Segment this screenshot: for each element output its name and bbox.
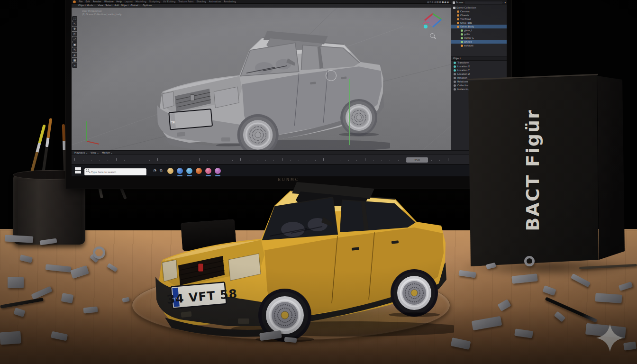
outliner-label: Sahin_Body xyxy=(460,25,474,28)
transform-tool[interactable]: ▣ xyxy=(72,42,77,47)
outliner-row[interactable]: mirror_L xyxy=(451,36,507,40)
measure-tool[interactable]: ∠ xyxy=(72,53,77,57)
clay-car-model[interactable] xyxy=(153,27,390,150)
workspace-tab-layout[interactable]: Layout xyxy=(123,0,134,3)
workspace-tab-uv-editing[interactable]: UV Editing xyxy=(162,0,177,3)
workspace-tabs: LayoutModelingSculptingUV EditingTexture… xyxy=(123,0,237,3)
taskbar-search-input[interactable] xyxy=(84,168,146,175)
timeline-ruler[interactable]: 250 xyxy=(72,155,507,165)
menu-file[interactable]: File xyxy=(77,0,84,3)
timeline-menu-marker[interactable]: Marker ⌄ xyxy=(102,151,113,154)
snap-magnet-icon[interactable]: ⌗ xyxy=(430,0,431,3)
current-frame-field[interactable]: 250 xyxy=(406,157,428,163)
solid-shading-icon[interactable]: ● xyxy=(442,0,444,3)
rendered-shading-icon[interactable]: ◉ xyxy=(447,0,449,3)
property-row[interactable]: Location Z xyxy=(451,72,507,76)
outliner-row[interactable]: Chassis xyxy=(451,13,507,17)
property-label: Rotation xyxy=(457,76,467,79)
timeline-editor[interactable]: Playback ⌄View ⌄Marker ⌄ ⏮◂▶▸⏭ 250 xyxy=(72,150,507,164)
property-row[interactable]: Transform xyxy=(451,61,507,64)
clay-part xyxy=(595,293,622,303)
cortana-icon[interactable]: ◔ xyxy=(153,167,156,174)
blender-menubar: FileEditRenderWindowHelp xyxy=(77,0,123,3)
outliner-row[interactable]: Scene Collection xyxy=(451,6,507,9)
menu-edit[interactable]: Edit xyxy=(84,0,91,3)
menu-render[interactable]: Render xyxy=(91,0,103,3)
viewport-header-select[interactable]: Select xyxy=(105,4,112,7)
gizmo-icon[interactable]: ⟐ xyxy=(431,0,433,3)
viewport-overlay-text: User Perspective(1) Scene Collection | s… xyxy=(82,9,121,16)
rotate-tool[interactable]: ⟳ xyxy=(72,32,77,36)
viewport-header-object[interactable]: Object xyxy=(121,4,128,7)
app-pink-icon[interactable] xyxy=(205,168,211,174)
timeline-tick xyxy=(191,160,191,161)
timeline-tick xyxy=(340,160,340,161)
outliner-row[interactable]: glass_f xyxy=(451,28,507,32)
viewport-header-view[interactable]: View xyxy=(98,4,103,7)
timeline-menu-view[interactable]: View ⌄ xyxy=(91,151,99,154)
property-row[interactable]: Location Y xyxy=(451,68,507,72)
3d-viewport[interactable]: User Perspective(1) Scene Collection | s… xyxy=(72,8,451,150)
workspace-tab-modeling[interactable]: Modeling xyxy=(134,0,148,3)
app-orange-icon[interactable] xyxy=(196,168,202,174)
navigation-gizmo-icon[interactable] xyxy=(422,12,443,32)
scale-tool[interactable]: ⤢ xyxy=(72,37,77,42)
viewport-zoom-icon[interactable] xyxy=(430,33,435,38)
taskbar-search[interactable] xyxy=(82,166,146,176)
cursor-tool[interactable]: ↖ xyxy=(72,21,77,26)
outliner-search-input[interactable] xyxy=(464,1,503,4)
app-blue-icon[interactable] xyxy=(177,168,183,174)
proportional-edit-icon[interactable]: ◎ xyxy=(427,0,429,3)
toolbar: ⬚↖✥⟳⤢▣✎∠▦＋ xyxy=(72,16,78,68)
extrude-tool[interactable]: ＋ xyxy=(72,63,77,68)
workspace-tab-sculpting[interactable]: Sculpting xyxy=(148,0,162,3)
outliner-row[interactable]: Sahin_Body xyxy=(451,25,507,28)
viewport-header-object-mode-[interactable]: Object Mode ⌄ xyxy=(78,4,96,7)
xray-icon[interactable]: ▥ xyxy=(437,0,439,3)
outliner-row[interactable]: Camera xyxy=(451,9,507,13)
workspace-tab-texture-paint[interactable]: Texture Paint xyxy=(177,0,195,3)
blender-logo-icon xyxy=(73,0,76,3)
viewport-header-global-[interactable]: Global ⌄ xyxy=(131,4,141,7)
start-button[interactable] xyxy=(75,167,82,174)
timeline-tick xyxy=(74,158,75,161)
property-row[interactable]: Location X xyxy=(451,64,507,68)
workspace-tab-rendering[interactable]: Rendering xyxy=(222,0,237,3)
object-icon xyxy=(457,26,459,28)
object-icon xyxy=(457,10,459,13)
timeline-menu-playback[interactable]: Playback ⌄ xyxy=(74,151,88,154)
timeline-tick xyxy=(257,160,257,161)
add-cube-tool[interactable]: ▦ xyxy=(72,58,77,63)
product-box-title: BACT Figür xyxy=(522,109,543,231)
viewport-header-options[interactable]: Options xyxy=(143,4,152,7)
outliner-row[interactable]: Onyx_BBS xyxy=(451,21,507,25)
material-shading-icon[interactable]: ◕ xyxy=(444,0,446,3)
outliner-label: wheels xyxy=(464,40,472,43)
taskbar-apps xyxy=(167,168,221,174)
app-cyan-icon[interactable] xyxy=(186,168,192,174)
workspace-tab-animation[interactable]: Animation xyxy=(208,0,223,3)
wireframe-shading-icon[interactable]: ◍ xyxy=(439,0,441,3)
menu-window[interactable]: Window xyxy=(103,0,115,3)
task-view-icon[interactable]: ⧉ xyxy=(160,167,163,174)
y-axis-line xyxy=(349,79,350,145)
outliner-row[interactable]: grille xyxy=(451,32,507,36)
file-explorer-icon[interactable] xyxy=(167,168,173,174)
property-icon xyxy=(454,88,456,91)
box-select-tool[interactable]: ⬚ xyxy=(72,16,77,21)
annotate-tool[interactable]: ✎ xyxy=(72,47,77,52)
timeline-tick xyxy=(273,160,274,161)
overlays-icon[interactable]: ❏ xyxy=(434,0,436,3)
workspace-tab-shading[interactable]: Shading xyxy=(195,0,207,3)
outliner-row[interactable]: TireTread xyxy=(451,17,507,21)
outliner-row[interactable]: wheels xyxy=(451,40,507,44)
timeline-tick xyxy=(282,158,282,161)
outliner-row[interactable]: exhaust xyxy=(451,44,507,47)
filter-icon[interactable]: ▾ xyxy=(504,1,506,4)
timeline-tick xyxy=(100,160,100,161)
move-tool[interactable]: ✥ xyxy=(72,27,77,31)
menu-help[interactable]: Help xyxy=(115,0,123,3)
viewport-header-add[interactable]: Add xyxy=(115,4,119,7)
app-violet-icon[interactable] xyxy=(215,168,221,174)
timeline-tick xyxy=(290,160,291,161)
